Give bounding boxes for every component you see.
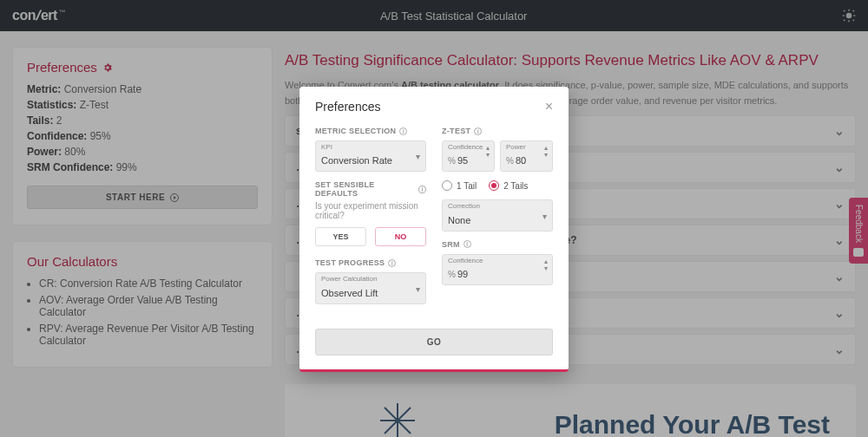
- info-icon[interactable]: i: [474, 127, 482, 135]
- kpi-select[interactable]: KPI Conversion Rate ▾: [315, 140, 426, 172]
- info-icon[interactable]: i: [464, 240, 471, 248]
- chevron-down-icon: ▾: [416, 284, 420, 293]
- section-test-progress: TEST PROGRESSi: [315, 258, 426, 267]
- stepper-icon: ▴▾: [486, 145, 490, 159]
- info-icon[interactable]: i: [418, 186, 426, 193]
- defaults-question: Is your experiment mission critical?: [315, 201, 426, 220]
- section-ztest: Z-TESTi: [442, 127, 553, 135]
- tails-1-radio[interactable]: 1 Tail: [442, 180, 477, 191]
- stepper-icon: ▴▾: [544, 258, 548, 272]
- chevron-down-icon: ▾: [542, 211, 547, 220]
- stepper-icon: ▴▾: [544, 145, 548, 159]
- srm-confidence-input[interactable]: Confidence %99 ▴▾: [442, 254, 553, 285]
- section-sensible-defaults: SET SENSIBLE DEFAULTSi: [315, 180, 426, 198]
- defaults-yes-button[interactable]: YES: [315, 227, 366, 246]
- confidence-input[interactable]: Confidence %95 ▴▾: [442, 140, 495, 172]
- close-icon[interactable]: ×: [545, 99, 553, 114]
- go-button[interactable]: GO: [315, 329, 553, 355]
- power-input[interactable]: Power %80 ▴▾: [500, 140, 553, 172]
- preferences-modal: Preferences × METRIC SELECTIONi KPI Conv…: [299, 87, 569, 372]
- power-calculation-select[interactable]: Power Calculation Observed Lift ▾: [315, 272, 426, 303]
- defaults-no-button[interactable]: NO: [375, 227, 426, 246]
- info-icon[interactable]: i: [388, 259, 396, 267]
- section-metric-selection: METRIC SELECTIONi: [315, 127, 426, 135]
- chevron-down-icon: ▾: [416, 152, 420, 161]
- info-icon[interactable]: i: [399, 127, 407, 135]
- tails-2-radio[interactable]: 2 Tails: [489, 180, 528, 191]
- modal-overlay: Preferences × METRIC SELECTIONi KPI Conv…: [0, 0, 868, 437]
- section-srm: SRMi: [442, 240, 553, 249]
- modal-title: Preferences: [315, 100, 380, 114]
- correction-select[interactable]: Correction None ▾: [442, 199, 553, 231]
